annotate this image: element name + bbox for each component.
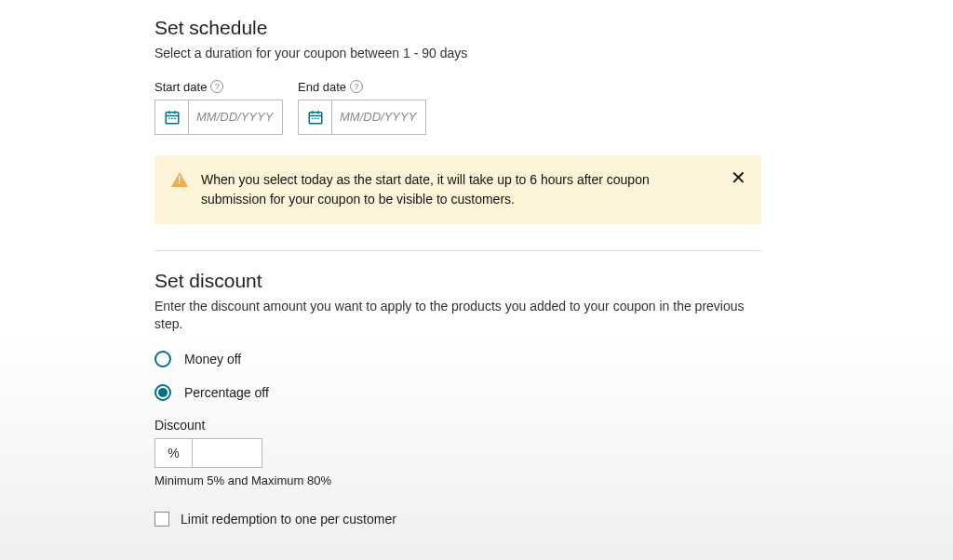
discount-helper-text: Minimum 5% and Maximum 80% bbox=[154, 473, 953, 487]
discount-input-wrap[interactable]: % bbox=[154, 438, 262, 468]
calendar-icon[interactable] bbox=[155, 100, 189, 134]
warning-alert: When you select today as the start date,… bbox=[154, 155, 761, 224]
close-icon[interactable]: ✕ bbox=[731, 168, 746, 187]
schedule-heading: Set schedule bbox=[154, 17, 953, 39]
date-row: Start date ? End date ? bbox=[154, 80, 953, 135]
start-date-input[interactable] bbox=[189, 100, 282, 134]
help-icon[interactable]: ? bbox=[210, 80, 223, 93]
percentage-off-radio[interactable]: Percentage off bbox=[154, 384, 953, 401]
warning-icon bbox=[171, 172, 188, 187]
discount-type-group: Money off Percentage off bbox=[154, 351, 953, 401]
limit-redemption-checkbox[interactable]: Limit redemption to one per customer bbox=[154, 512, 953, 527]
set-discount-section: Set discount Enter the discount amount y… bbox=[154, 270, 953, 527]
section-divider bbox=[154, 250, 761, 251]
schedule-subtext: Select a duration for your coupon betwee… bbox=[154, 45, 759, 63]
money-off-radio[interactable]: Money off bbox=[154, 351, 953, 367]
limit-redemption-label: Limit redemption to one per customer bbox=[181, 512, 396, 527]
discount-subtext: Enter the discount amount you want to ap… bbox=[154, 298, 759, 334]
percentage-off-label: Percentage off bbox=[184, 385, 269, 400]
radio-icon bbox=[154, 351, 171, 367]
start-date-block: Start date ? bbox=[154, 80, 283, 135]
end-date-block: End date ? bbox=[298, 80, 426, 135]
end-date-input-wrap[interactable] bbox=[298, 100, 426, 135]
discount-heading: Set discount bbox=[154, 270, 953, 292]
help-icon[interactable]: ? bbox=[350, 80, 363, 93]
percent-symbol: % bbox=[155, 439, 193, 467]
start-date-label: Start date ? bbox=[154, 80, 283, 94]
set-schedule-section: Set schedule Select a duration for your … bbox=[154, 17, 953, 224]
end-date-label: End date ? bbox=[298, 80, 426, 94]
start-date-input-wrap[interactable] bbox=[154, 100, 283, 135]
checkbox-icon bbox=[154, 512, 169, 527]
alert-text: When you select today as the start date,… bbox=[201, 170, 694, 209]
discount-amount-label: Discount bbox=[154, 418, 953, 433]
calendar-icon[interactable] bbox=[299, 100, 332, 134]
radio-icon-selected bbox=[154, 384, 171, 401]
end-date-input[interactable] bbox=[332, 100, 425, 134]
discount-input[interactable] bbox=[193, 439, 262, 467]
money-off-label: Money off bbox=[184, 352, 241, 367]
